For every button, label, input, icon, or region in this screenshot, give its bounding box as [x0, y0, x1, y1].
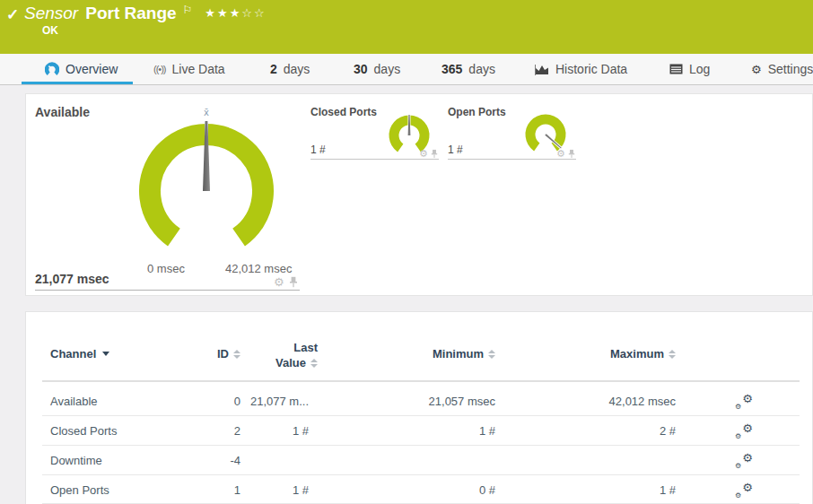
priority-flag-icon[interactable]: ⚐ — [183, 4, 193, 16]
priority-stars[interactable]: ★★★☆☆ — [205, 6, 266, 20]
tab-label: Settings — [768, 62, 813, 76]
header-label: Minimum — [433, 347, 484, 361]
tab-label: Live Data — [172, 62, 225, 76]
channel-minimum: 0 # — [376, 482, 495, 498]
tab-label: days — [374, 62, 401, 76]
stars-empty: ☆☆ — [241, 6, 266, 20]
tab-2-days[interactable]: 2 days — [270, 54, 310, 84]
channels-table-panel: Channel ID Last Value Minimum Maximum Av… — [25, 311, 813, 504]
main-gauge-title: Available — [35, 105, 90, 119]
sort-descending-icon — [102, 352, 109, 356]
channel-name[interactable]: Open Ports — [50, 482, 194, 498]
table-header-divider — [42, 380, 800, 382]
average-marker: x̄ — [204, 108, 209, 117]
tab-label: Historic Data — [555, 62, 627, 76]
stars-filled: ★★★ — [205, 6, 241, 20]
tab-label: days — [468, 62, 495, 76]
channel-maximum: 42,012 msec — [555, 394, 676, 409]
tab-settings[interactable]: ⚙ Settings — [751, 54, 813, 84]
channel-settings-icon[interactable]: ⚙⚙ — [735, 394, 753, 409]
sort-arrows-icon — [669, 350, 676, 359]
header-label: Channel — [50, 347, 96, 361]
channel-id: 0 — [174, 394, 240, 409]
sensor-status-text: OK — [42, 24, 58, 37]
channel-id: 2 — [174, 423, 240, 439]
channel-last-value: 1 # — [246, 482, 309, 498]
channel-settings-icon[interactable]: ⚙⚙ — [735, 423, 753, 439]
active-tab-underline — [22, 82, 133, 84]
channel-last-value — [246, 453, 309, 468]
channel-maximum: 2 # — [555, 423, 676, 439]
channel-settings-icon[interactable]: ⚙⚙ — [735, 482, 753, 498]
gauge-settings-gear-icon[interactable]: ⚙ — [419, 149, 428, 159]
channel-maximum: 1 # — [555, 482, 676, 498]
channel-last-value: 1 # — [246, 423, 309, 439]
channel-name[interactable]: Downtime — [50, 453, 194, 468]
channel-name[interactable]: Available — [50, 394, 194, 409]
column-header-channel[interactable]: Channel — [50, 347, 185, 361]
sensor-type-label: Sensor — [24, 4, 78, 23]
row-divider — [42, 445, 800, 446]
gauge-min-label: 0 msec — [147, 262, 185, 275]
closed-ports-value: 1 # — [310, 143, 326, 156]
sort-arrows-icon — [310, 359, 318, 368]
tab-label: Overview — [66, 62, 118, 76]
tab-number: 30 — [354, 62, 368, 76]
sensor-title-row: Sensor Port Range ⚐ ★★★☆☆ — [24, 4, 267, 23]
overview-gauges-panel: Available x̄ 0 msec 42,012 msec 21,077 m… — [25, 93, 813, 296]
gauge-pin-icon[interactable] — [289, 276, 298, 288]
tab-label: days — [284, 62, 310, 76]
header-label: Last — [246, 340, 318, 355]
gauge-max-label: 42,012 msec — [225, 262, 292, 275]
gear-icon: ⚙ — [751, 63, 762, 76]
channel-id: -4 — [174, 453, 240, 468]
header-label: Maximum — [610, 347, 664, 361]
tab-label: Log — [689, 62, 710, 76]
column-header-last-value[interactable]: Last Value — [246, 340, 318, 370]
channel-name[interactable]: Closed Ports — [50, 423, 194, 439]
row-divider — [42, 415, 800, 416]
gauge-footer-divider — [310, 159, 439, 160]
open-ports-title: Open Ports — [448, 106, 506, 118]
channel-minimum: 21,057 msec — [376, 394, 495, 409]
tab-log[interactable]: Log — [669, 54, 710, 84]
channel-minimum — [376, 453, 495, 468]
log-list-icon — [669, 64, 683, 74]
gauge-pin-icon[interactable] — [431, 149, 438, 159]
status-check-icon: ✓ — [6, 5, 19, 24]
tab-bar: Overview ((•)) Live Data 2 days 30 days … — [0, 54, 813, 85]
channel-minimum: 1 # — [376, 423, 495, 439]
prtg-sensor-page: ✓ Sensor Port Range ⚐ ★★★☆☆ OK Overview … — [0, 0, 813, 504]
channel-last-value: 21,077 m... — [246, 394, 309, 409]
closed-ports-title: Closed Ports — [310, 106, 377, 118]
row-divider — [42, 474, 800, 475]
available-current-value: 21,077 msec — [35, 272, 109, 286]
gauge-icon — [45, 62, 59, 76]
sort-arrows-icon — [488, 350, 495, 359]
sensor-status-header: ✓ Sensor Port Range ⚐ ★★★☆☆ OK — [0, 0, 813, 54]
gauge-pin-icon[interactable] — [568, 149, 575, 159]
channel-id: 1 — [174, 482, 240, 498]
gauge-settings-gear-icon[interactable]: ⚙ — [556, 149, 565, 159]
column-header-maximum[interactable]: Maximum — [555, 347, 676, 361]
area-chart-icon — [535, 64, 549, 75]
sensor-name: Port Range — [85, 4, 176, 23]
gauge-footer-divider — [35, 290, 300, 291]
sort-arrows-icon — [233, 350, 240, 359]
tab-overview[interactable]: Overview — [45, 54, 118, 84]
tab-number: 2 — [270, 62, 277, 76]
column-header-id[interactable]: ID — [174, 347, 240, 361]
tab-live-data[interactable]: ((•)) Live Data — [153, 54, 225, 84]
tab-365-days[interactable]: 365 days — [441, 54, 495, 84]
channel-maximum — [555, 453, 676, 468]
live-data-icon: ((•)) — [153, 64, 166, 74]
open-ports-value: 1 # — [448, 143, 463, 156]
column-header-minimum[interactable]: Minimum — [376, 347, 495, 361]
channel-settings-icon[interactable]: ⚙⚙ — [735, 453, 753, 468]
header-label: Value — [275, 355, 306, 370]
available-gauge[interactable]: x̄ — [127, 104, 286, 258]
tab-historic-data[interactable]: Historic Data — [535, 54, 627, 84]
tab-30-days[interactable]: 30 days — [354, 54, 400, 84]
gauge-settings-gear-icon[interactable]: ⚙ — [274, 276, 284, 288]
tab-number: 365 — [441, 62, 462, 76]
